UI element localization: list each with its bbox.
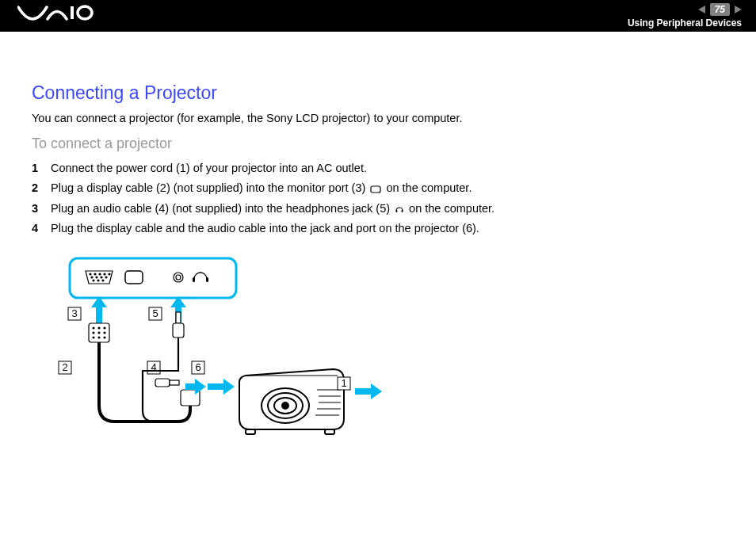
svg-point-29 (93, 332, 94, 334)
svg-point-6 (90, 273, 91, 275)
diagram-label: 3 (71, 307, 77, 319)
svg-point-14 (105, 277, 107, 278)
svg-rect-4 (402, 210, 403, 212)
svg-rect-21 (193, 277, 195, 282)
svg-rect-52 (246, 429, 255, 434)
step-item: Plug an audio cable (4) (not supplied) i… (32, 200, 724, 216)
intro-text: You can connect a projector (for example… (32, 112, 724, 124)
svg-point-11 (91, 277, 93, 278)
svg-point-9 (104, 273, 105, 275)
vaio-logo (17, 3, 97, 21)
svg-rect-5 (70, 258, 236, 298)
svg-rect-36 (173, 323, 184, 338)
svg-rect-3 (396, 210, 398, 212)
subheading: To connect a projector (32, 135, 724, 152)
svg-point-30 (98, 332, 100, 334)
step-text: Plug a display cable (2) (not supplied) … (51, 180, 472, 196)
step-text: Plug an audio cable (4) (not supplied) i… (51, 200, 494, 216)
diagram-label: 5 (152, 307, 158, 319)
diagram-label: 2 (62, 361, 67, 373)
svg-point-12 (96, 277, 97, 278)
svg-point-16 (97, 280, 99, 281)
svg-point-7 (94, 273, 96, 275)
step-text: Connect the power cord (1) of your proje… (51, 160, 367, 176)
svg-rect-42 (170, 380, 179, 385)
svg-point-26 (93, 327, 94, 329)
svg-point-34 (104, 337, 105, 338)
monitor-port-icon (370, 185, 381, 193)
svg-point-46 (282, 402, 288, 409)
next-page-arrow-icon[interactable] (735, 6, 742, 13)
svg-point-13 (101, 277, 102, 278)
page-heading: Connecting a Projector (32, 82, 724, 104)
svg-point-15 (93, 280, 94, 281)
svg-rect-22 (206, 277, 208, 282)
connection-diagram: 3 5 2 (55, 255, 724, 456)
svg-point-27 (98, 327, 100, 329)
svg-point-17 (102, 280, 104, 281)
svg-point-33 (98, 337, 100, 338)
svg-point-32 (93, 337, 94, 338)
prev-page-arrow-icon[interactable] (698, 6, 705, 13)
svg-point-1 (78, 6, 92, 19)
diagram-label: 6 (195, 361, 200, 373)
page-number: 75 (710, 3, 730, 16)
svg-rect-41 (155, 379, 170, 387)
step-text: Plug the display cable and the audio cab… (51, 220, 479, 236)
steps-list: Connect the power cord (1) of your proje… (32, 160, 724, 236)
svg-point-31 (104, 332, 105, 334)
svg-point-28 (104, 327, 105, 329)
svg-rect-53 (325, 429, 334, 434)
headphones-icon (395, 204, 404, 214)
page-content: Connecting a Projector You can connect a… (0, 32, 756, 456)
diagram-label: 1 (341, 377, 346, 389)
page-header: 75 Using Peripheral Devices (0, 0, 756, 32)
svg-rect-0 (71, 6, 74, 19)
step-item: Plug the display cable and the audio cab… (32, 220, 724, 236)
svg-point-10 (109, 273, 110, 275)
section-title: Using Peripheral Devices (628, 17, 742, 29)
svg-rect-35 (176, 312, 181, 323)
step-item: Connect the power cord (1) of your proje… (32, 160, 724, 176)
svg-point-8 (99, 273, 101, 275)
step-item: Plug a display cable (2) (not supplied) … (32, 180, 724, 196)
page-nav: 75 Using Peripheral Devices (628, 3, 742, 29)
svg-rect-2 (371, 186, 380, 193)
